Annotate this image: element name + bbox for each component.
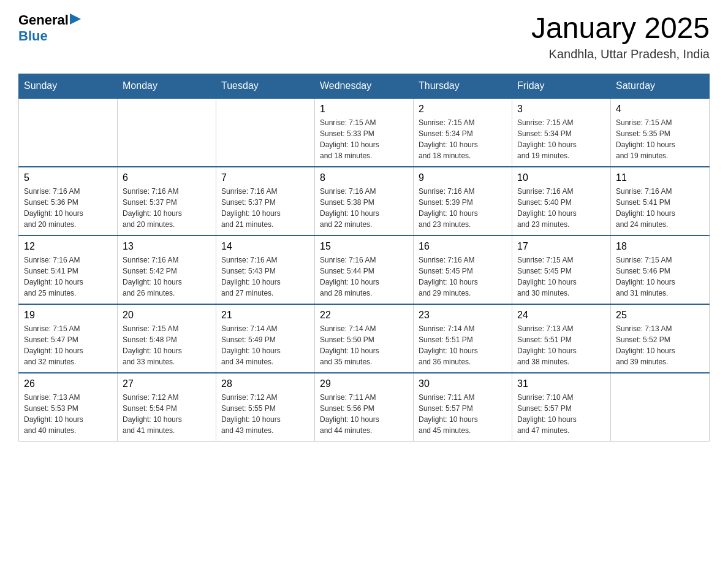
calendar-cell: 2Sunrise: 7:15 AM Sunset: 5:34 PM Daylig… xyxy=(414,98,512,167)
day-number: 19 xyxy=(24,310,112,321)
day-info: Sunrise: 7:15 AM Sunset: 5:34 PM Dayligh… xyxy=(517,117,605,161)
day-info: Sunrise: 7:16 AM Sunset: 5:42 PM Dayligh… xyxy=(123,255,211,299)
calendar-cell xyxy=(19,98,118,167)
day-number: 29 xyxy=(320,378,408,389)
day-info: Sunrise: 7:15 AM Sunset: 5:46 PM Dayligh… xyxy=(616,255,704,299)
day-number: 6 xyxy=(123,172,211,183)
calendar-title: January 2025 xyxy=(531,12,710,45)
day-info: Sunrise: 7:15 AM Sunset: 5:47 PM Dayligh… xyxy=(24,323,112,367)
calendar-cell: 27Sunrise: 7:12 AM Sunset: 5:54 PM Dayli… xyxy=(118,373,216,442)
day-info: Sunrise: 7:16 AM Sunset: 5:37 PM Dayligh… xyxy=(221,186,309,230)
logo-blue-text: Blue xyxy=(18,28,81,44)
day-number: 4 xyxy=(616,104,704,115)
day-info: Sunrise: 7:14 AM Sunset: 5:50 PM Dayligh… xyxy=(320,323,408,367)
day-info: Sunrise: 7:16 AM Sunset: 5:40 PM Dayligh… xyxy=(517,186,605,230)
calendar-cell: 14Sunrise: 7:16 AM Sunset: 5:43 PM Dayli… xyxy=(216,236,315,304)
day-info: Sunrise: 7:16 AM Sunset: 5:41 PM Dayligh… xyxy=(24,255,112,299)
calendar-cell: 18Sunrise: 7:15 AM Sunset: 5:46 PM Dayli… xyxy=(611,236,710,304)
day-info: Sunrise: 7:15 AM Sunset: 5:48 PM Dayligh… xyxy=(123,323,211,367)
weekday-header: Thursday xyxy=(414,74,512,98)
calendar-cell: 15Sunrise: 7:16 AM Sunset: 5:44 PM Dayli… xyxy=(315,236,414,304)
day-number: 15 xyxy=(320,241,408,252)
day-info: Sunrise: 7:16 AM Sunset: 5:37 PM Dayligh… xyxy=(123,186,211,230)
day-info: Sunrise: 7:15 AM Sunset: 5:34 PM Dayligh… xyxy=(419,117,507,161)
day-number: 17 xyxy=(517,241,605,252)
calendar-cell: 4Sunrise: 7:15 AM Sunset: 5:35 PM Daylig… xyxy=(611,98,710,167)
day-info: Sunrise: 7:15 AM Sunset: 5:35 PM Dayligh… xyxy=(616,117,704,161)
calendar-cell: 24Sunrise: 7:13 AM Sunset: 5:51 PM Dayli… xyxy=(512,304,611,373)
calendar-cell: 25Sunrise: 7:13 AM Sunset: 5:52 PM Dayli… xyxy=(611,304,710,373)
weekday-header: Tuesday xyxy=(216,74,315,98)
day-number: 14 xyxy=(221,241,309,252)
calendar-cell: 29Sunrise: 7:11 AM Sunset: 5:56 PM Dayli… xyxy=(315,373,414,442)
day-number: 11 xyxy=(616,172,704,183)
calendar-cell: 9Sunrise: 7:16 AM Sunset: 5:39 PM Daylig… xyxy=(414,167,512,236)
calendar-cell: 23Sunrise: 7:14 AM Sunset: 5:51 PM Dayli… xyxy=(414,304,512,373)
calendar-cell xyxy=(611,373,710,442)
calendar-cell: 22Sunrise: 7:14 AM Sunset: 5:50 PM Dayli… xyxy=(315,304,414,373)
weekday-header: Monday xyxy=(118,74,216,98)
calendar-cell: 19Sunrise: 7:15 AM Sunset: 5:47 PM Dayli… xyxy=(19,304,118,373)
day-number: 7 xyxy=(221,172,309,183)
calendar-cell: 20Sunrise: 7:15 AM Sunset: 5:48 PM Dayli… xyxy=(118,304,216,373)
calendar-week-row: 1Sunrise: 7:15 AM Sunset: 5:33 PM Daylig… xyxy=(19,98,710,167)
day-info: Sunrise: 7:16 AM Sunset: 5:39 PM Dayligh… xyxy=(419,186,507,230)
calendar-cell: 3Sunrise: 7:15 AM Sunset: 5:34 PM Daylig… xyxy=(512,98,611,167)
title-container: January 2025 Kandhla, Uttar Pradesh, Ind… xyxy=(531,12,710,61)
calendar-cell: 8Sunrise: 7:16 AM Sunset: 5:38 PM Daylig… xyxy=(315,167,414,236)
day-info: Sunrise: 7:12 AM Sunset: 5:55 PM Dayligh… xyxy=(221,392,309,436)
day-number: 2 xyxy=(419,104,507,115)
day-info: Sunrise: 7:12 AM Sunset: 5:54 PM Dayligh… xyxy=(123,392,211,436)
day-info: Sunrise: 7:11 AM Sunset: 5:56 PM Dayligh… xyxy=(320,392,408,436)
day-number: 5 xyxy=(24,172,112,183)
day-number: 31 xyxy=(517,378,605,389)
calendar-table: SundayMondayTuesdayWednesdayThursdayFrid… xyxy=(18,74,710,442)
calendar-cell xyxy=(216,98,315,167)
day-number: 25 xyxy=(616,310,704,321)
page-header: General Blue January 2025 Kandhla, Uttar… xyxy=(18,12,710,61)
calendar-cell: 17Sunrise: 7:15 AM Sunset: 5:45 PM Dayli… xyxy=(512,236,611,304)
day-info: Sunrise: 7:14 AM Sunset: 5:49 PM Dayligh… xyxy=(221,323,309,367)
day-number: 3 xyxy=(517,104,605,115)
day-info: Sunrise: 7:13 AM Sunset: 5:52 PM Dayligh… xyxy=(616,323,704,367)
logo-arrow-icon xyxy=(70,13,81,25)
day-info: Sunrise: 7:11 AM Sunset: 5:57 PM Dayligh… xyxy=(419,392,507,436)
day-info: Sunrise: 7:13 AM Sunset: 5:53 PM Dayligh… xyxy=(24,392,112,436)
day-number: 30 xyxy=(419,378,507,389)
calendar-cell: 5Sunrise: 7:16 AM Sunset: 5:36 PM Daylig… xyxy=(19,167,118,236)
day-number: 10 xyxy=(517,172,605,183)
day-number: 1 xyxy=(320,104,408,115)
weekday-header: Sunday xyxy=(19,74,118,98)
day-number: 22 xyxy=(320,310,408,321)
day-number: 13 xyxy=(123,241,211,252)
calendar-cell: 6Sunrise: 7:16 AM Sunset: 5:37 PM Daylig… xyxy=(118,167,216,236)
calendar-cell: 30Sunrise: 7:11 AM Sunset: 5:57 PM Dayli… xyxy=(414,373,512,442)
calendar-week-row: 12Sunrise: 7:16 AM Sunset: 5:41 PM Dayli… xyxy=(19,236,710,304)
day-info: Sunrise: 7:16 AM Sunset: 5:41 PM Dayligh… xyxy=(616,186,704,230)
weekday-header: Saturday xyxy=(611,74,710,98)
day-number: 24 xyxy=(517,310,605,321)
calendar-cell: 12Sunrise: 7:16 AM Sunset: 5:41 PM Dayli… xyxy=(19,236,118,304)
day-info: Sunrise: 7:16 AM Sunset: 5:36 PM Dayligh… xyxy=(24,186,112,230)
calendar-cell: 28Sunrise: 7:12 AM Sunset: 5:55 PM Dayli… xyxy=(216,373,315,442)
calendar-week-row: 5Sunrise: 7:16 AM Sunset: 5:36 PM Daylig… xyxy=(19,167,710,236)
calendar-cell: 26Sunrise: 7:13 AM Sunset: 5:53 PM Dayli… xyxy=(19,373,118,442)
calendar-week-row: 26Sunrise: 7:13 AM Sunset: 5:53 PM Dayli… xyxy=(19,373,710,442)
day-info: Sunrise: 7:16 AM Sunset: 5:44 PM Dayligh… xyxy=(320,255,408,299)
day-info: Sunrise: 7:16 AM Sunset: 5:45 PM Dayligh… xyxy=(419,255,507,299)
svg-marker-0 xyxy=(70,13,81,25)
calendar-cell: 10Sunrise: 7:16 AM Sunset: 5:40 PM Dayli… xyxy=(512,167,611,236)
logo: General Blue xyxy=(18,12,81,44)
day-info: Sunrise: 7:15 AM Sunset: 5:33 PM Dayligh… xyxy=(320,117,408,161)
calendar-cell: 1Sunrise: 7:15 AM Sunset: 5:33 PM Daylig… xyxy=(315,98,414,167)
calendar-cell xyxy=(118,98,216,167)
day-info: Sunrise: 7:14 AM Sunset: 5:51 PM Dayligh… xyxy=(419,323,507,367)
day-number: 26 xyxy=(24,378,112,389)
calendar-header-row: SundayMondayTuesdayWednesdayThursdayFrid… xyxy=(19,74,710,98)
day-number: 23 xyxy=(419,310,507,321)
day-number: 28 xyxy=(221,378,309,389)
day-number: 20 xyxy=(123,310,211,321)
day-info: Sunrise: 7:13 AM Sunset: 5:51 PM Dayligh… xyxy=(517,323,605,367)
calendar-cell: 31Sunrise: 7:10 AM Sunset: 5:57 PM Dayli… xyxy=(512,373,611,442)
calendar-subtitle: Kandhla, Uttar Pradesh, India xyxy=(531,47,710,61)
